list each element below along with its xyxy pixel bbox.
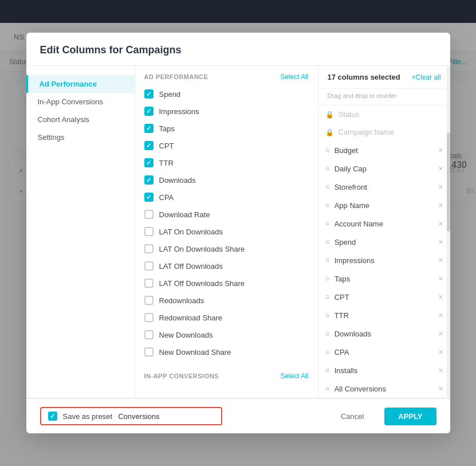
checkbox-lat-off-downloads[interactable]: LAT Off Downloads <box>135 257 318 275</box>
selected-label-account-name: Account Name <box>335 220 434 228</box>
checkbox-lat-on-downloads-icon[interactable] <box>144 227 154 236</box>
checkbox-lat-on-downloads-share-label: LAT On Downloads Share <box>159 245 245 253</box>
remove-ttr-button[interactable]: × <box>438 311 443 319</box>
checkbox-lat-on-downloads-label: LAT On Downloads <box>159 228 223 236</box>
drag-handle-spend: ≡ <box>325 237 330 246</box>
selected-item-spend[interactable]: ≡ Spend × <box>318 233 450 251</box>
checkbox-lat-on-downloads-share[interactable]: LAT On Downloads Share <box>135 240 318 257</box>
remove-all-conversions-button[interactable]: × <box>438 385 443 393</box>
checkbox-spend-icon[interactable] <box>144 89 154 99</box>
selected-item-all-conversions[interactable]: ≡ All Conversions × <box>318 379 450 398</box>
checkbox-downloads[interactable]: Downloads <box>135 171 318 189</box>
remove-taps-button[interactable]: × <box>438 275 443 283</box>
remove-budget-button[interactable]: × <box>438 146 443 154</box>
remove-cpt-button[interactable]: × <box>438 293 443 301</box>
column-section-ad-performance: AD PERFORMANCE Select All Spend Impressi… <box>135 66 318 398</box>
remove-storefront-button[interactable]: × <box>438 183 443 191</box>
scroll-track <box>447 66 450 398</box>
checkbox-redownloads-icon[interactable] <box>144 296 154 305</box>
drag-handle-daily-cap: ≡ <box>325 164 330 173</box>
checkbox-cpt-label: CPT <box>159 142 174 150</box>
checkbox-redownload-share-label: Redownload Share <box>159 314 223 322</box>
sidebar-item-cohort-analysis[interactable]: Cohort Analysis <box>26 111 135 128</box>
remove-account-name-button[interactable]: × <box>438 220 443 228</box>
checkbox-new-downloads-icon[interactable] <box>144 330 154 339</box>
selected-label-app-name: App Name <box>335 201 434 210</box>
selected-item-daily-cap[interactable]: ≡ Daily Cap × <box>318 159 450 178</box>
remove-spend-button[interactable]: × <box>438 238 443 246</box>
checkbox-new-downloads[interactable]: New Downloads <box>135 326 318 343</box>
section-title-ad-performance: AD PERFORMANCE <box>144 73 209 80</box>
selected-item-storefront[interactable]: ≡ Storefront × <box>318 178 450 196</box>
remove-installs-button[interactable]: × <box>438 366 443 374</box>
preset-name-input[interactable] <box>118 412 214 421</box>
selected-count: 17 columns selected <box>328 73 400 81</box>
select-all-in-app[interactable]: Select All <box>280 372 308 380</box>
checkbox-new-download-share-label: New Download Share <box>159 348 231 357</box>
modal-body: Ad Performance In-App Conversions Cohort… <box>26 66 450 398</box>
selected-item-cpt[interactable]: ≡ CPT × <box>318 288 450 306</box>
selected-item-taps[interactable]: ≡ Taps × <box>318 269 450 288</box>
checkbox-downloads-icon[interactable] <box>144 175 154 185</box>
sidebar-item-in-app-conversions[interactable]: In-App Conversions <box>26 93 135 111</box>
scroll-thumb[interactable] <box>447 132 450 232</box>
checkbox-ttr-icon[interactable] <box>144 158 154 167</box>
checkbox-spend[interactable]: Spend <box>135 85 318 103</box>
sidebar-item-ad-performance[interactable]: Ad Performance <box>26 75 135 93</box>
checkbox-lat-on-downloads[interactable]: LAT On Downloads <box>135 223 318 240</box>
checkbox-redownload-share[interactable]: Redownload Share <box>135 309 318 326</box>
selected-item-app-name[interactable]: ≡ App Name × <box>318 196 450 214</box>
drag-handle-downloads: ≡ <box>325 329 330 338</box>
selected-item-account-name[interactable]: ≡ Account Name × <box>318 214 450 233</box>
remove-cpa-button[interactable]: × <box>438 348 443 356</box>
selected-label-all-conversions: All Conversions <box>335 385 434 393</box>
checkbox-cpt-icon[interactable] <box>144 141 154 150</box>
checkbox-lat-off-downloads-share[interactable]: LAT Off Downloads Share <box>135 275 318 292</box>
checkbox-taps-icon[interactable] <box>144 124 154 133</box>
checkbox-impressions[interactable]: Impressions <box>135 103 318 120</box>
selected-item-budget[interactable]: ≡ Budget × <box>318 141 450 159</box>
selected-item-installs[interactable]: ≡ Installs × <box>318 361 450 379</box>
checkbox-redownload-share-icon[interactable] <box>144 313 154 322</box>
checkbox-lat-on-downloads-share-icon[interactable] <box>144 244 154 253</box>
checkbox-download-rate-icon[interactable] <box>144 210 154 219</box>
checkbox-spend-label: Spend <box>159 90 181 99</box>
cancel-button[interactable]: Cancel <box>329 408 375 425</box>
checkbox-redownloads[interactable]: Redownloads <box>135 292 318 309</box>
checkbox-download-rate-label: Download Rate <box>159 210 210 219</box>
checkbox-ttr-label: TTR <box>159 159 174 167</box>
checkbox-taps[interactable]: Taps <box>135 120 318 137</box>
remove-daily-cap-button[interactable]: × <box>438 165 443 173</box>
checkbox-taps-label: Taps <box>159 124 175 133</box>
checkbox-cpa[interactable]: CPA <box>135 189 318 206</box>
selected-item-downloads[interactable]: ≡ Downloads × <box>318 324 450 343</box>
checkbox-ttr[interactable]: TTR <box>135 154 318 171</box>
section-header-in-app-conversions: IN-APP CONVERSIONS Select All <box>135 365 318 385</box>
selected-label-ttr: TTR <box>335 311 434 320</box>
selected-label-taps: Taps <box>335 275 434 283</box>
remove-app-name-button[interactable]: × <box>438 201 443 209</box>
checkbox-new-download-share-icon[interactable] <box>144 347 154 357</box>
apply-button[interactable]: APPLY <box>384 408 436 425</box>
checkbox-download-rate[interactable]: Download Rate <box>135 206 318 223</box>
select-all-ad-performance[interactable]: Select All <box>280 73 308 81</box>
clear-all-button[interactable]: ×Clear all <box>411 73 440 81</box>
checkbox-cpa-icon[interactable] <box>144 193 154 202</box>
sidebar-item-settings[interactable]: Settings <box>26 128 135 146</box>
checkbox-lat-off-downloads-icon[interactable] <box>144 261 154 271</box>
checkbox-impressions-icon[interactable] <box>144 107 154 116</box>
modal: Edit Columns for Campaigns Ad Performanc… <box>26 33 450 433</box>
checkbox-lat-off-downloads-share-icon[interactable] <box>144 279 154 288</box>
selected-label-impressions: Impressions <box>335 256 434 265</box>
selected-item-ttr[interactable]: ≡ TTR × <box>318 306 450 324</box>
section-title-in-app-conversions: IN-APP CONVERSIONS <box>144 373 219 379</box>
drag-handle-cpt: ≡ <box>325 292 330 301</box>
drag-handle-ttr: ≡ <box>325 311 330 320</box>
save-as-preset-checkbox[interactable] <box>48 412 57 421</box>
checkbox-cpt[interactable]: CPT <box>135 137 318 154</box>
selected-item-impressions[interactable]: ≡ Impressions × <box>318 251 450 269</box>
selected-item-cpa[interactable]: ≡ CPA × <box>318 343 450 361</box>
remove-downloads-button[interactable]: × <box>438 330 443 338</box>
checkbox-new-download-share[interactable]: New Download Share <box>135 343 318 361</box>
remove-impressions-button[interactable]: × <box>438 256 443 264</box>
